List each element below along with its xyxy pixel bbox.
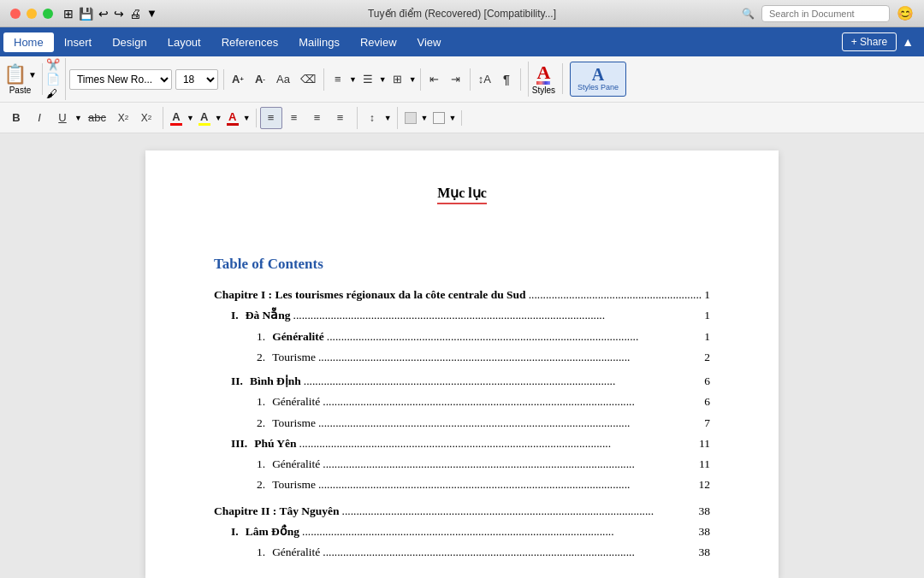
increase-font-btn[interactable]: A+ <box>228 68 248 91</box>
toc-label-ch2: Chapitre II : Tây Nguyên <box>214 503 340 520</box>
numbered-list-btn[interactable]: ☰ <box>358 68 378 91</box>
toc-indent-phuyen: III. <box>231 435 247 452</box>
search-input[interactable] <box>761 5 890 22</box>
change-case-btn[interactable]: Aa <box>272 68 294 91</box>
toc-entry-tour2: 2. Tourisme ............................… <box>214 415 710 432</box>
toc-num-ch1: 1 <box>704 286 710 304</box>
justify-button[interactable]: ≡ <box>329 107 352 129</box>
shading-dropdown[interactable]: ▼ <box>421 114 429 122</box>
document-page: Mục lục Table of Contents Chapitre I : L… <box>145 150 779 578</box>
toc-dots-ch1: ........................................… <box>529 286 702 304</box>
customize-icon[interactable]: ▼ <box>146 7 157 20</box>
bullet-list-btn[interactable]: ≡ <box>328 68 348 91</box>
toc-dots-phuyen: ........................................… <box>299 435 696 452</box>
border-dropdown[interactable]: ▼ <box>449 114 457 122</box>
italic-button[interactable]: I <box>28 107 50 129</box>
menu-layout[interactable]: Layout <box>157 32 211 52</box>
toc-entry-tour1: 2. Tourisme ............................… <box>214 349 710 366</box>
indent-group: ⇤ ⇥ <box>424 68 471 91</box>
paragraph-marks-btn[interactable]: ¶ <box>496 68 517 91</box>
sidebar-icon[interactable]: ⊞ <box>63 7 74 21</box>
paste-icon[interactable]: 📋 <box>3 63 27 86</box>
format-painter-icon[interactable]: 🖌 <box>46 87 60 100</box>
toc-entry-gen2: 1. Généralité ..........................… <box>214 393 710 410</box>
copy-icon[interactable]: 📄 <box>46 73 60 86</box>
document-title: Tuyến điểm (Recovered) [Compatibility...… <box>368 8 556 20</box>
sort-btn[interactable]: ↕A <box>474 68 495 91</box>
toc-dots-tour3: ........................................… <box>318 476 696 493</box>
titlebar-right: 🔍 😊 <box>742 5 914 22</box>
highlight-color-button[interactable]: A <box>195 109 214 127</box>
decrease-indent-btn[interactable]: ⇤ <box>424 68 445 91</box>
clear-format-btn[interactable]: ⌫ <box>296 68 320 91</box>
align-right-button[interactable]: ≡ <box>306 107 329 129</box>
numbered-dropdown-icon[interactable]: ▼ <box>379 75 387 84</box>
text-color-dropdown2[interactable]: ▼ <box>243 114 251 122</box>
redo-icon[interactable]: ↪ <box>114 7 124 21</box>
menu-design[interactable]: Design <box>102 32 157 52</box>
increase-indent-btn[interactable]: ⇥ <box>446 68 466 91</box>
menu-home[interactable]: Home <box>3 32 54 52</box>
toc-label-danang: Đà Nẵng <box>246 307 291 324</box>
cut-icon[interactable]: ✂️ <box>46 58 60 71</box>
collapse-icon[interactable]: ▲ <box>902 35 914 49</box>
font-name-select[interactable]: Times New Ro... <box>69 69 172 90</box>
menu-insert[interactable]: Insert <box>54 32 103 52</box>
toc-indent-lamdong: I. <box>231 523 239 540</box>
format-group: B I U ▼ abc X2 X2 <box>5 107 163 129</box>
toc-indent-gen4: 1. <box>257 544 265 561</box>
font-size-select[interactable]: 18 <box>175 69 218 90</box>
toc-dots-ch2: ........................................… <box>342 503 696 520</box>
styles-label: Styles <box>532 86 555 95</box>
multilevel-list-btn[interactable]: ⊞ <box>388 68 408 91</box>
toc-num-danang: 1 <box>704 307 710 324</box>
line-spacing-dropdown[interactable]: ▼ <box>384 114 392 122</box>
print-icon[interactable]: 🖨 <box>129 7 141 21</box>
bold-button[interactable]: B <box>5 107 27 129</box>
underline-button[interactable]: U <box>51 107 74 129</box>
maximize-button[interactable] <box>43 9 53 19</box>
toc-entry-ch1: Chapitre I : Les tourismes régionaux da … <box>214 286 710 304</box>
underline-dropdown[interactable]: ▼ <box>74 114 82 122</box>
paste-dropdown[interactable]: ▼ <box>28 70 37 80</box>
menu-view[interactable]: View <box>407 32 452 52</box>
toc-label-gen2: Généralité <box>272 393 320 410</box>
save-icon[interactable]: 💾 <box>79 7 93 21</box>
toc-entry-phuyen: III. Phú Yên ...........................… <box>214 435 710 452</box>
minimize-button[interactable] <box>27 9 37 19</box>
toc-label-gen1: Généralité <box>272 328 324 345</box>
subscript-button[interactable]: X2 <box>112 107 134 129</box>
toc-num-gen4: 38 <box>699 544 711 561</box>
align-left-button[interactable]: ≡ <box>260 107 282 129</box>
highlight-dropdown[interactable]: ▼ <box>215 114 222 122</box>
toc-entry-danang: I. Đà Nẵng .............................… <box>214 307 710 324</box>
font-color-button[interactable]: A <box>167 109 186 127</box>
toc-dots-binhdinh: ........................................… <box>304 373 702 390</box>
toc-num-phuyen: 11 <box>699 435 710 452</box>
share-button[interactable]: + Share <box>842 32 897 51</box>
menu-mailings[interactable]: Mailings <box>288 32 350 52</box>
line-spacing-button[interactable]: ↕ <box>361 107 383 129</box>
toc-heading: Table of Contents <box>214 256 710 273</box>
shading-button[interactable] <box>401 110 420 126</box>
toc-entry-lamdong: I. Lâm Đồng ............................… <box>214 523 710 540</box>
strikethrough-button[interactable]: abc <box>83 107 111 129</box>
toc-num-tour1: 2 <box>704 349 710 366</box>
styles-button[interactable]: A Styles <box>532 63 555 95</box>
menu-references[interactable]: References <box>211 32 288 52</box>
multilevel-dropdown-icon[interactable]: ▼ <box>409 75 417 84</box>
bullet-dropdown-icon[interactable]: ▼ <box>349 75 357 84</box>
decrease-font-btn[interactable]: A- <box>250 68 270 91</box>
superscript-button[interactable]: X2 <box>135 107 157 129</box>
text-color-button2[interactable]: A <box>223 109 242 127</box>
undo-icon[interactable]: ↩ <box>98 7 109 21</box>
profile-icon[interactable]: 😊 <box>897 5 914 21</box>
menu-review[interactable]: Review <box>350 32 407 52</box>
styles-pane-button[interactable]: A Styles Pane <box>570 62 626 97</box>
close-button[interactable] <box>10 9 21 19</box>
toc-label-gen4: Généralité <box>272 544 320 561</box>
toc-dots-danang: ........................................… <box>293 307 702 324</box>
align-center-button[interactable]: ≡ <box>283 107 305 129</box>
font-color-dropdown[interactable]: ▼ <box>187 114 194 122</box>
border-button[interactable] <box>429 110 448 126</box>
